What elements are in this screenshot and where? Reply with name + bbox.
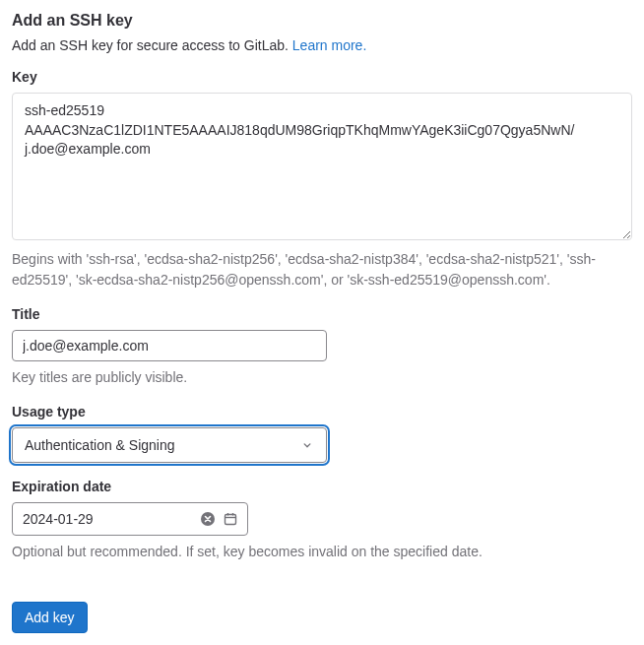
expiration-date-label: Expiration date (12, 479, 632, 494)
usage-type-label: Usage type (12, 404, 632, 419)
clear-icon[interactable] (199, 509, 218, 529)
page-title: Add an SSH key (12, 12, 632, 30)
key-help-text: Begins with 'ssh-rsa', 'ecdsa-sha2-nistp… (12, 249, 632, 290)
expiration-date-input[interactable] (23, 511, 195, 527)
key-label: Key (12, 69, 632, 85)
usage-type-select[interactable]: Authentication & Signing (12, 427, 327, 463)
learn-more-link[interactable]: Learn more. (292, 37, 366, 53)
chevron-down-icon (300, 438, 314, 452)
expiration-date-field[interactable] (12, 502, 248, 536)
expiration-help-text: Optional but recommended. If set, key be… (12, 542, 632, 562)
intro-prefix: Add an SSH key for secure access to GitL… (12, 37, 292, 53)
calendar-icon[interactable] (222, 509, 240, 529)
usage-type-value: Authentication & Signing (25, 437, 300, 453)
title-label: Title (12, 306, 632, 322)
title-input[interactable] (12, 330, 327, 361)
add-key-button[interactable]: Add key (12, 602, 88, 633)
svg-rect-1 (225, 515, 235, 525)
intro-text: Add an SSH key for secure access to GitL… (12, 37, 632, 53)
key-textarea[interactable]: ssh-ed25519 AAAAC3NzaC1lZDI1NTE5AAAAIJ81… (12, 93, 632, 240)
title-help-text: Key titles are publicly visible. (12, 367, 632, 388)
